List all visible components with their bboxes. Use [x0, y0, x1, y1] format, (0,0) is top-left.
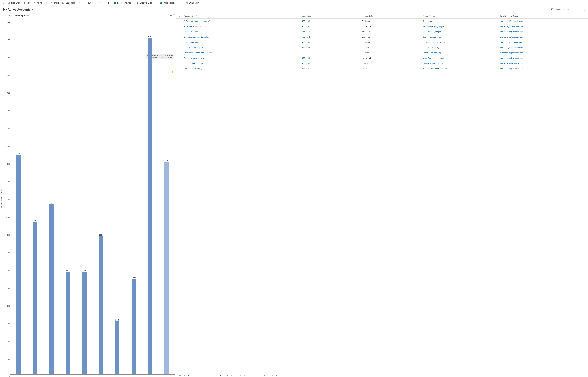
contact-link[interactable]: Nancy Anderson (sample) — [423, 25, 445, 27]
account-link[interactable]: Fourth Coffee (sample) — [184, 62, 203, 64]
bar[interactable] — [164, 162, 169, 374]
index-letter[interactable]: T — [263, 374, 266, 377]
search-input[interactable] — [555, 9, 582, 11]
bar-column[interactable]: 4,300 — [27, 21, 43, 374]
phone-link[interactable]: 555-0157 — [302, 31, 310, 33]
chart-more-icon[interactable] — [170, 15, 172, 16]
email-link[interactable]: someone_f@example.com — [500, 41, 523, 43]
run-report-button[interactable]: Run Report — [94, 0, 113, 5]
create-view-button[interactable]: Create view — [184, 0, 200, 5]
bar-column[interactable]: 1,500 — [109, 21, 125, 374]
refresh-button[interactable]: Refresh — [48, 0, 61, 5]
index-letter[interactable]: V — [271, 374, 274, 377]
index-letter[interactable]: R — [255, 374, 258, 377]
index-letter[interactable]: J — [223, 374, 225, 377]
table-row[interactable]: Coho Winery (sample)555-0159PhoenixJim G… — [176, 45, 588, 50]
index-letter[interactable]: All — [179, 374, 182, 377]
hide-chart-button[interactable]: Hide Chart — [7, 0, 22, 5]
table-row[interactable]: Fabrikam, Inc. (sample)555-0153LynnwoodM… — [176, 56, 588, 61]
index-letter[interactable]: N — [239, 374, 241, 377]
bar-column[interactable]: 4,800 — [43, 21, 60, 374]
bar-column[interactable]: 2,700 — [125, 21, 142, 374]
phone-link[interactable]: 555-0159 — [302, 47, 310, 48]
email-link-split-chevron[interactable] — [78, 2, 82, 4]
account-link[interactable]: Adventure Works (sample) — [184, 25, 206, 27]
account-link[interactable]: A. Datum Corporation (sample) — [184, 20, 210, 22]
table-row[interactable]: Contoso Pharmaceuticals (sample)555-0156… — [176, 50, 588, 56]
col-header-main-phone[interactable]: Main Phone — [300, 14, 361, 17]
email-link[interactable]: someone_b@example.com — [500, 68, 523, 70]
index-letter[interactable]: E — [203, 374, 206, 377]
email-link[interactable]: someone_h@example.com — [500, 31, 523, 33]
contact-link[interactable]: Jim Glynn (sample) — [423, 47, 439, 48]
col-header-contact[interactable]: Primary Contact — [421, 14, 499, 17]
bar-column[interactable]: 9,500 — [142, 21, 158, 374]
email-link[interactable]: someone_i@example.com — [500, 20, 523, 22]
bar[interactable] — [33, 222, 37, 374]
bar[interactable] — [115, 321, 119, 374]
import-excel-split-chevron[interactable] — [180, 2, 184, 4]
email-link[interactable]: someone_a@example.com — [500, 62, 523, 64]
contact-link[interactable]: Maria Campbell (sample) — [423, 57, 444, 59]
bar-column[interactable]: 3,900 — [93, 21, 109, 374]
search-box[interactable] — [555, 7, 586, 12]
search-icon[interactable] — [582, 8, 586, 11]
phone-link[interactable]: 555-0152 — [302, 25, 310, 27]
phone-link[interactable]: 555-0154 — [302, 36, 310, 38]
index-letter[interactable]: L — [231, 374, 233, 377]
email-link[interactable]: someone_j@example.com — [500, 47, 523, 48]
contact-link[interactable]: Susanna Stubberod (sample) — [423, 68, 447, 70]
new-button[interactable]: New — [22, 0, 32, 5]
email-link[interactable]: someone_c@example.com — [500, 25, 523, 27]
table-row[interactable]: Blue Yonder Airlines (sample)555-0154Los… — [176, 34, 588, 40]
bar[interactable] — [148, 38, 152, 374]
bar[interactable] — [99, 236, 103, 374]
flow-button[interactable]: Flow — [82, 0, 94, 5]
index-letter[interactable]: X — [280, 374, 282, 377]
phone-link[interactable]: 555-0155 — [302, 41, 310, 43]
phone-link[interactable]: 555-0150 — [302, 62, 310, 64]
contact-link[interactable]: Robert Lyon (sample) — [423, 52, 441, 54]
phone-link[interactable]: 555-0156 — [302, 52, 310, 54]
index-letter[interactable]: D — [199, 374, 202, 377]
phone-link[interactable]: 555-0153 — [302, 57, 310, 59]
import-excel-button[interactable]: Import from Excel — [158, 0, 179, 5]
export-excel-button[interactable]: Export to Excel — [135, 0, 154, 5]
col-header-city[interactable]: Address 1: City — [361, 14, 421, 17]
account-link[interactable]: Alpine Ski House — [184, 31, 198, 33]
bar[interactable] — [82, 272, 87, 374]
bar[interactable] — [49, 204, 54, 374]
index-letter[interactable]: K — [227, 374, 229, 377]
delete-button[interactable]: Delete — [32, 0, 44, 5]
col-header-email[interactable]: Email (Primary Contact) — [499, 14, 588, 17]
email-link[interactable]: someone_g@example.com — [500, 52, 523, 54]
email-link[interactable]: someone_e@example.com — [500, 36, 523, 38]
bar-column[interactable]: 6,200 — [10, 21, 27, 374]
account-link[interactable]: Contoso Pharmaceuticals (sample) — [184, 52, 213, 54]
bar-column[interactable]: 6,000 — [158, 21, 175, 374]
index-letter[interactable]: B — [191, 374, 193, 377]
index-letter[interactable]: O — [243, 374, 246, 377]
chart-title-selector[interactable]: Number of employees by account — [2, 14, 33, 17]
index-letter[interactable]: I — [220, 374, 221, 377]
bar[interactable] — [131, 279, 136, 374]
table-row[interactable]: Alpine Ski House555-0157MissoulaPaul Can… — [176, 29, 588, 34]
index-letter[interactable]: Z — [288, 374, 290, 377]
account-link[interactable]: City Power & Light (sample) — [184, 41, 207, 43]
index-letter[interactable]: Q — [251, 374, 254, 377]
col-header-account-name[interactable]: Account Name — [182, 14, 300, 17]
index-letter[interactable]: H — [216, 374, 218, 377]
index-letter[interactable]: # — [184, 374, 186, 377]
excel-templates-button[interactable]: Excel Templates — [113, 0, 135, 5]
delete-split-chevron[interactable] — [44, 2, 48, 4]
contact-link[interactable]: Sidney Higa (sample) — [423, 36, 441, 38]
bar[interactable] — [16, 155, 21, 374]
contact-link[interactable]: Rene Valdes (sample) — [423, 20, 441, 22]
grid-body[interactable]: A. Datum Corporation (sample)555-0158Red… — [176, 19, 588, 373]
index-letter[interactable]: U — [267, 374, 270, 377]
phone-link[interactable]: 555-0158 — [302, 20, 310, 22]
phone-link[interactable]: 555-0151 — [302, 68, 310, 70]
index-letter[interactable]: C — [195, 374, 198, 377]
bar-column[interactable]: 2,900 — [76, 21, 93, 374]
filter-icon[interactable] — [551, 8, 553, 11]
